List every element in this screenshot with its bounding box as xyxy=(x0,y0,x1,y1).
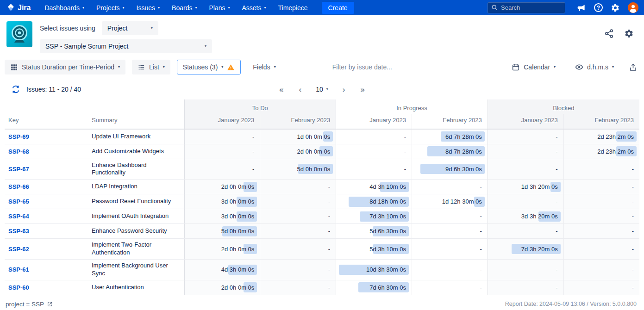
report-info-label: Report Date: 2024-05-09 13:06 / Version:… xyxy=(505,301,637,307)
issue-key-cell: SSP-68 xyxy=(5,144,88,159)
issue-date-filter-input[interactable] xyxy=(332,63,430,71)
duration-value: - xyxy=(404,133,407,140)
last-page-button[interactable]: » xyxy=(356,85,369,94)
duration-cell: 3d 0h 0m 0s xyxy=(184,194,260,209)
fields-dropdown[interactable]: Fields ▾ xyxy=(247,60,281,74)
duration-value: 5d 0h 0m 0s xyxy=(221,228,256,235)
nav-item-assets[interactable]: Assets▾ xyxy=(242,4,266,12)
duration-value: - xyxy=(556,198,558,205)
duration-cell: 2d 0h 0m 0s xyxy=(184,280,260,295)
duration-value: - xyxy=(404,166,407,173)
issue-key-link[interactable]: SSP-65 xyxy=(8,198,29,205)
issue-key-link[interactable]: SSP-63 xyxy=(8,228,29,235)
header-blank xyxy=(5,99,184,114)
key-column-header[interactable]: Key xyxy=(5,114,88,129)
issue-key-link[interactable]: SSP-66 xyxy=(8,183,29,190)
duration-cell: 5d 0h 0m 0s xyxy=(260,159,336,180)
issue-source-dropdown[interactable]: Project ▾ xyxy=(102,21,158,35)
duration-format-dropdown[interactable]: d.h.m.s ▾ xyxy=(569,60,619,74)
next-page-button[interactable]: › xyxy=(338,85,350,94)
help-icon[interactable]: ? xyxy=(594,3,603,12)
column-header-row: Key Summary January 2023 February 2023 J… xyxy=(5,114,639,129)
duration-cell: 5d 3h 10m 0s xyxy=(336,239,412,260)
announcement-icon[interactable] xyxy=(577,3,586,12)
issue-summary: Enhance Dashboard Functionality xyxy=(88,159,184,180)
nav-item-dashboards[interactable]: Dashboards▾ xyxy=(44,4,84,12)
duration-cell: 3d 0h 0m 0s xyxy=(184,209,260,224)
gear-icon[interactable] xyxy=(611,3,620,12)
duration-value: - xyxy=(632,213,635,220)
project-select-dropdown[interactable]: SSP - Sample Scrum Project ▾ xyxy=(40,39,212,53)
report-type-dropdown[interactable]: Status Duration per Time-Period ▾ xyxy=(5,60,125,74)
duration-cell: 10d 3h 30m 0s xyxy=(336,260,412,280)
issue-key-cell: SSP-64 xyxy=(5,209,88,224)
duration-cell: - xyxy=(184,159,260,180)
report-footer: project = SSP Report Date: 2024-05-09 13… xyxy=(0,295,644,308)
top-navbar: Jira Dashboards▾ Projects▾ Issues▾ Board… xyxy=(0,0,644,15)
month-column-header: February 2023 xyxy=(260,114,336,129)
issue-key-link[interactable]: SSP-60 xyxy=(8,284,29,291)
duration-value: - xyxy=(632,198,635,205)
create-button[interactable]: Create xyxy=(322,2,354,14)
duration-value: - xyxy=(252,148,255,155)
calendar-dropdown[interactable]: Calendar ▾ xyxy=(506,60,561,74)
nav-item-issues[interactable]: Issues▾ xyxy=(137,4,160,12)
duration-value: - xyxy=(480,228,482,235)
duration-cell: - xyxy=(563,180,639,194)
duration-value: 9d 6h 30m 0s xyxy=(445,166,483,173)
report-settings-gear-icon[interactable] xyxy=(624,29,634,38)
duration-value: - xyxy=(480,246,482,253)
first-page-button[interactable]: « xyxy=(275,85,288,94)
status-group-header-row: To Do In Progress Blocked xyxy=(5,99,639,114)
navbar-search[interactable] xyxy=(488,2,565,13)
duration-cell: - xyxy=(563,239,639,260)
jira-logo[interactable]: Jira xyxy=(6,3,31,12)
duration-cell: 8d 18h 0m 0s xyxy=(336,194,412,209)
statuses-dropdown[interactable]: Statuses (3) ▾ xyxy=(177,60,241,74)
issue-key-link[interactable]: SSP-62 xyxy=(8,246,29,253)
chevron-down-icon: ▾ xyxy=(158,6,160,10)
issue-row: SSP-64Implement OAuth Integration3d 0h 0… xyxy=(5,209,639,224)
issue-key-link[interactable]: SSP-64 xyxy=(8,213,29,220)
duration-value: - xyxy=(632,183,635,190)
chevron-down-icon: ▾ xyxy=(82,6,84,10)
duration-value: - xyxy=(632,246,635,253)
share-icon[interactable] xyxy=(604,29,614,38)
chevron-down-icon: ▾ xyxy=(264,6,266,10)
duration-value: 5d 6h 30m 0s xyxy=(369,228,407,235)
nav-item-timepiece[interactable]: Timepiece xyxy=(278,4,308,12)
view-mode-dropdown[interactable]: List ▾ xyxy=(132,60,170,74)
issue-key-link[interactable]: SSP-68 xyxy=(8,148,29,155)
duration-cell: 7d 3h 10m 0s xyxy=(336,209,412,224)
user-avatar[interactable] xyxy=(628,2,638,13)
nav-item-plans[interactable]: Plans▾ xyxy=(209,4,230,12)
page-size-dropdown[interactable]: 10 ▾ xyxy=(312,85,332,94)
issue-key-cell: SSP-62 xyxy=(5,239,88,260)
issue-row: SSP-61Implement Background User Sync4d 3… xyxy=(5,260,639,280)
previous-page-button[interactable]: ‹ xyxy=(294,85,306,94)
issue-row: SSP-63Enhance Password Security5d 0h 0m … xyxy=(5,224,639,239)
month-column-header: February 2023 xyxy=(563,114,639,129)
export-button[interactable] xyxy=(629,63,638,72)
duration-cell: 2d 23h 2m 0s xyxy=(563,129,639,144)
duration-cell: - xyxy=(336,144,412,159)
duration-value: 7d 3h 20m 0s xyxy=(521,246,559,253)
issue-key-link[interactable]: SSP-61 xyxy=(8,266,29,273)
duration-cell: 2d 0h 0m 0s xyxy=(260,144,336,159)
nav-item-projects[interactable]: Projects▾ xyxy=(96,4,125,12)
refresh-button[interactable] xyxy=(11,85,20,94)
summary-column-header[interactable]: Summary xyxy=(88,114,184,129)
issue-key-link[interactable]: SSP-69 xyxy=(8,133,29,140)
chevron-down-icon: ▾ xyxy=(123,6,125,10)
search-input[interactable] xyxy=(501,4,562,11)
duration-value: 2d 0h 0m 0s xyxy=(221,246,256,253)
issue-key-cell: SSP-66 xyxy=(5,180,88,194)
issue-row: SSP-67Enhance Dashboard Functionality-5d… xyxy=(5,159,639,180)
duration-value: - xyxy=(556,133,558,140)
jql-query-link[interactable]: project = SSP xyxy=(6,301,53,308)
external-link-icon xyxy=(47,301,53,307)
nav-item-boards[interactable]: Boards▾ xyxy=(172,4,197,12)
issue-key-link[interactable]: SSP-67 xyxy=(8,166,29,173)
duration-value: - xyxy=(556,228,558,235)
report-table-container: To Do In Progress Blocked Key Summary Ja… xyxy=(0,99,644,295)
